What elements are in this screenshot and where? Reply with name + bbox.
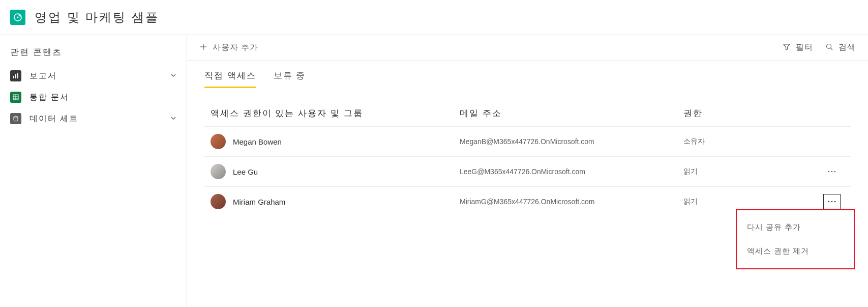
tab-pending[interactable]: 보류 중 [274,70,306,88]
svg-line-13 [831,48,833,50]
svg-point-12 [827,44,831,48]
header: 영업 및 마케팅 샘플 [0,0,868,35]
sidebar-item-label: 보고서 [29,71,162,81]
filter-button[interactable]: 필터 [783,42,813,53]
svg-point-9 [14,116,18,118]
tabs: 직접 액세스 보류 중 [187,61,868,88]
user-email: MeganB@M365x447726.OnMicrosoft.com [460,137,683,146]
column-header-email: 메일 주소 [460,107,683,119]
filter-icon [783,43,791,53]
svg-rect-2 [13,76,14,78]
svg-point-1 [17,16,18,18]
context-menu: 다시 공유 추가 액세스 권한 제거 [736,209,855,269]
page-title: 영업 및 마케팅 샘플 [35,9,159,25]
user-name: Miriam Graham [233,198,285,206]
add-user-button[interactable]: 사용자 추가 [199,42,258,53]
svg-point-18 [831,201,833,203]
sidebar-item-workbooks[interactable]: 통합 문서 [0,87,187,108]
table-row: Megan Bowen MeganB@M365x447726.OnMicroso… [204,126,851,156]
main: 사용자 추가 필터 검색 직접 액세스 보류 중 [187,35,868,307]
avatar [211,164,226,179]
more-options-button[interactable] [823,164,841,179]
sidebar: 관련 콘텐츠 보고서 통합 문서 데이터 세트 [0,35,187,307]
user-permission: 읽기 [683,167,744,176]
column-header-user: 액세스 권한이 있는 사용자 및 그룹 [211,107,460,119]
tab-direct-access[interactable]: 직접 액세스 [204,70,256,88]
svg-point-19 [834,201,836,203]
sidebar-item-label: 통합 문서 [29,92,176,103]
menu-item-reshare[interactable]: 다시 공유 추가 [737,215,854,239]
chevron-down-icon [170,72,176,80]
dataset-icon [10,113,21,124]
avatar [211,194,226,209]
user-permission: 읽기 [683,197,744,206]
user-name: Lee Gu [233,168,258,176]
column-header-permission: 권한 [683,107,744,119]
sidebar-heading: 관련 콘텐츠 [0,42,187,65]
workbook-icon [10,92,21,103]
svg-rect-4 [17,73,18,78]
add-user-label: 사용자 추가 [213,42,258,53]
user-email: LeeG@M365x447726.OnMicrosoft.com [460,168,683,176]
sidebar-item-reports[interactable]: 보고서 [0,65,187,87]
toolbar: 사용자 추가 필터 검색 [187,35,868,61]
svg-point-15 [831,171,833,173]
access-table: 액세스 권한이 있는 사용자 및 그룹 메일 주소 권한 Megan Bowen… [187,88,868,229]
svg-point-16 [834,171,836,173]
chevron-down-icon [170,115,176,123]
report-icon [10,70,21,81]
svg-rect-3 [15,74,16,78]
user-permission: 소유자 [683,137,744,146]
plus-icon [199,43,207,53]
sidebar-item-datasets[interactable]: 데이터 세트 [0,108,187,129]
filter-label: 필터 [796,42,813,53]
table-row: Lee Gu LeeG@M365x447726.OnMicrosoft.com … [204,156,851,186]
app-badge-icon [10,10,25,25]
more-options-button[interactable] [823,194,841,209]
search-label: 검색 [839,42,856,53]
avatar [211,134,226,149]
sidebar-item-label: 데이터 세트 [29,114,162,124]
user-name: Megan Bowen [233,137,282,146]
user-email: MiriamG@M365x447726.OnMicrosoft.com [460,198,683,206]
svg-point-14 [828,171,830,173]
svg-point-17 [828,201,830,203]
search-icon [825,43,833,53]
menu-item-remove-access[interactable]: 액세스 권한 제거 [737,239,854,263]
search-button[interactable]: 검색 [825,42,856,53]
table-header: 액세스 권한이 있는 사용자 및 그룹 메일 주소 권한 [204,100,851,126]
